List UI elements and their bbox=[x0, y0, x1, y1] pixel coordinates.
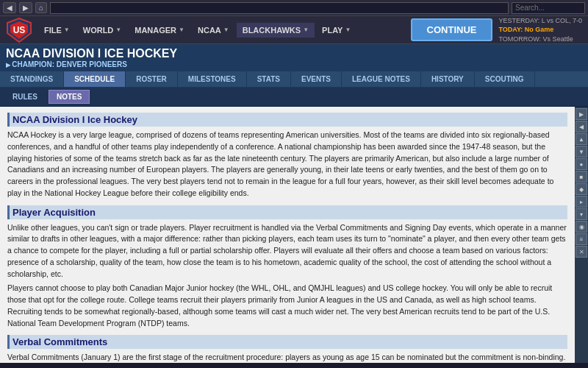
menu-bar: US FILE ▼ WORLD ▼ MANAGER ▼ NCAA ▼ BLACK… bbox=[0, 16, 588, 44]
ncaa-arrow: ▼ bbox=[223, 26, 229, 33]
right-sidebar: ▶ ◀ ▲ ▼ ● ■ ◆ ▸ ▾ ◉ ≡ ✕ bbox=[575, 107, 588, 363]
browser-top-bar: ◀ ▶ ⌂ NHL Regular Season | FRI, JAN 13 2… bbox=[0, 0, 588, 16]
section-heading-player-acquisition: Player Acquisition bbox=[7, 205, 567, 219]
tab-league-notes[interactable]: LEAGUE NOTES bbox=[342, 71, 421, 87]
section-heading-verbal-commitments: Verbal Commitments bbox=[7, 335, 567, 349]
tab-milestones[interactable]: MILESTONES bbox=[178, 71, 247, 87]
world-arrow: ▼ bbox=[115, 26, 121, 33]
sidebar-icon-10[interactable]: ≡ bbox=[576, 233, 587, 245]
sub-nav: RULES NOTES bbox=[0, 88, 588, 107]
section-para-player-acquisition-0: Unlike other leagues, you can't sign or … bbox=[7, 222, 567, 280]
tab-roster[interactable]: ROSTER bbox=[126, 71, 178, 87]
manager-arrow: ▼ bbox=[179, 26, 184, 33]
sidebar-icon-0[interactable]: ▶ bbox=[576, 108, 587, 120]
blackhawks-menu[interactable]: BLACKHAWKS ▼ bbox=[237, 23, 315, 38]
sidebar-icon-7[interactable]: ▸ bbox=[576, 196, 587, 208]
main-content[interactable]: NCAA Division I Ice Hockey NCAA Hockey i… bbox=[0, 107, 575, 363]
sidebar-icon-2[interactable]: ▲ bbox=[576, 133, 587, 145]
manager-menu[interactable]: MANAGER ▼ bbox=[129, 23, 190, 38]
page-title: NCAA DIVISION I ICE HOCKEY bbox=[6, 47, 582, 60]
schedule-panel: YESTERDAY: L vs COL, 7-0 TODAY: No Game … bbox=[498, 16, 582, 44]
world-menu[interactable]: WORLD ▼ bbox=[77, 23, 127, 38]
subtab-notes[interactable]: NOTES bbox=[49, 90, 90, 104]
section-para-player-acquisition-1: Players cannot choose to play both Canad… bbox=[7, 283, 567, 329]
svg-text:US: US bbox=[13, 25, 26, 35]
continue-button[interactable]: CONTINUE bbox=[411, 18, 493, 41]
yesterday-text: YESTERDAY: L vs COL, 7-0 bbox=[498, 16, 582, 26]
champion-arrow: ▶ bbox=[6, 62, 12, 68]
main-nav: STANDINGS SCHEDULE ROSTER MILESTONES STA… bbox=[0, 71, 588, 88]
tab-standings[interactable]: STANDINGS bbox=[0, 71, 64, 87]
back-button[interactable]: ◀ bbox=[3, 2, 16, 13]
sidebar-icon-6[interactable]: ◆ bbox=[576, 183, 587, 195]
content-area: NCAA Division I Ice Hockey NCAA Hockey i… bbox=[0, 107, 588, 363]
address-bar[interactable]: NHL Regular Season | FRI, JAN 13 2023 | … bbox=[50, 2, 509, 14]
file-arrow: ▼ bbox=[64, 26, 70, 33]
page-title-bar: NCAA DIVISION I ICE HOCKEY ▶ CHAMPION: D… bbox=[0, 44, 588, 71]
sidebar-icon-3[interactable]: ▼ bbox=[576, 146, 587, 158]
section-para-verbal-commitments-0: Verbal Commitments (January 1) are the f… bbox=[7, 352, 567, 363]
tab-scouting[interactable]: SCOUTING bbox=[475, 71, 535, 87]
tab-stats[interactable]: STATS bbox=[247, 71, 291, 87]
ncaa-menu[interactable]: NCAA ▼ bbox=[192, 23, 235, 38]
sidebar-icon-9[interactable]: ◉ bbox=[576, 221, 587, 233]
section-heading-intro: NCAA Division I Ice Hockey bbox=[7, 113, 567, 127]
menu-items: FILE ▼ WORLD ▼ MANAGER ▼ NCAA ▼ BLACKHAW… bbox=[38, 23, 405, 38]
section-para-intro-0: NCAA Hockey is a very large league, comp… bbox=[7, 130, 567, 199]
subtab-rules[interactable]: RULES bbox=[4, 90, 46, 104]
team-logo: US bbox=[6, 17, 32, 43]
file-menu[interactable]: FILE ▼ bbox=[38, 23, 76, 38]
sidebar-icon-8[interactable]: ▾ bbox=[576, 208, 587, 220]
tab-history[interactable]: HISTORY bbox=[421, 71, 475, 87]
search-input[interactable] bbox=[512, 2, 585, 14]
sidebar-icon-4[interactable]: ● bbox=[576, 158, 587, 170]
champion-team: DENVER PIONEERS bbox=[57, 60, 127, 68]
play-arrow: ▼ bbox=[345, 26, 351, 33]
sidebar-icon-5[interactable]: ■ bbox=[576, 171, 587, 183]
home-button[interactable]: ⌂ bbox=[35, 2, 47, 13]
sidebar-icon-1[interactable]: ◀ bbox=[576, 121, 587, 132]
champion-label: CHAMPION: bbox=[12, 60, 54, 68]
champion-line: ▶ CHAMPION: DENVER PIONEERS bbox=[6, 60, 582, 68]
sidebar-icon-11[interactable]: ✕ bbox=[576, 246, 587, 258]
tab-events[interactable]: EVENTS bbox=[291, 71, 342, 87]
forward-button[interactable]: ▶ bbox=[19, 2, 32, 13]
tomorrow-text: TOMORROW: Vs Seattle bbox=[498, 35, 582, 44]
play-menu[interactable]: PLAY ▼ bbox=[316, 23, 356, 38]
tab-schedule[interactable]: SCHEDULE bbox=[64, 71, 126, 87]
blackhawks-arrow: ▼ bbox=[303, 26, 309, 33]
logo-area: US bbox=[6, 17, 32, 43]
today-text: TODAY: No Game bbox=[498, 25, 582, 35]
